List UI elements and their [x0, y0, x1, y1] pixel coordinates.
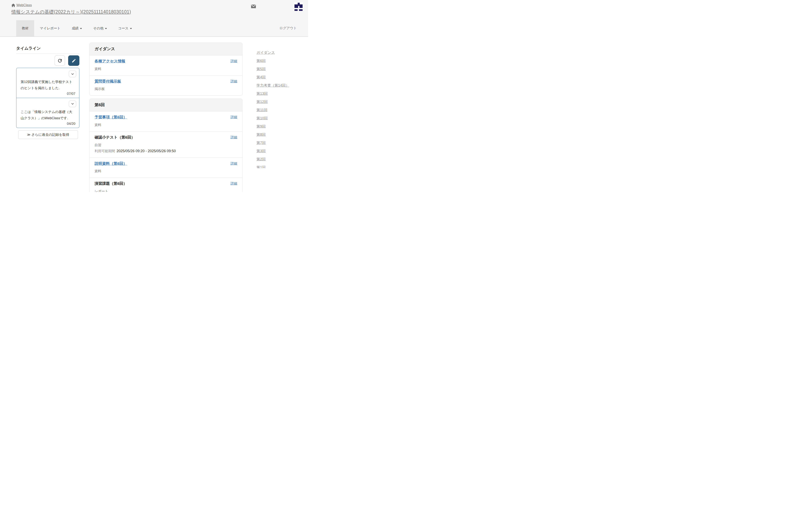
pencil-icon	[72, 59, 76, 63]
content: タイムライン 第12回講義で実施した学校テストのヒント	[0, 37, 308, 192]
period-label: 利用可能期間	[95, 149, 115, 153]
sidebar-link-week4[interactable]: 第4回	[257, 75, 296, 79]
material-type: レポート	[95, 189, 237, 192]
material-type: 自習	[95, 143, 237, 147]
sidebar-link-week1[interactable]: 第1回	[257, 165, 296, 168]
course-title-link[interactable]: 情報システムの基礎(2022カリ～)(202511114018030101)	[11, 9, 131, 15]
section-week6: 第6回 予習事項（第6回） 詳細 資料 確認小テスト（第6回） 詳細 自習	[89, 99, 242, 192]
sidebar-link-week8[interactable]: 第8回	[257, 133, 296, 137]
material-row: 説明資料（第6回） 詳細 資料	[90, 158, 242, 178]
tab-sonota[interactable]: その他	[88, 20, 113, 36]
chevron-down-icon[interactable]	[69, 71, 76, 77]
material-title-link[interactable]: 説明資料（第6回）	[95, 161, 127, 166]
sidebar-link-week2[interactable]: 第2回	[257, 157, 296, 161]
material-row: 演習課題（第6回） 詳細 レポート 利用可能期間2025/05/26 10:50…	[90, 178, 242, 192]
tab-label: マイレポート	[40, 26, 61, 30]
header: WebClass 情報システムの基礎(2022カリ～)(202511114018…	[0, 0, 308, 37]
sidebar-link-week7[interactable]: 第7回	[257, 141, 296, 145]
mail-icon[interactable]	[251, 5, 256, 8]
refresh-icon	[57, 58, 63, 63]
section-title: 第6回	[90, 99, 242, 111]
timeline-actions	[16, 56, 79, 66]
material-row: 質問受付掲示板 詳細 掲示板	[90, 76, 242, 96]
tab-kyozai[interactable]: 教材	[16, 20, 34, 36]
caret-down-icon	[105, 28, 107, 29]
material-row: 各種アクセス情報 詳細 資料	[90, 56, 242, 76]
material-title-link[interactable]: 質問受付掲示板	[95, 79, 121, 84]
material-row: 予習事項（第6回） 詳細 資料	[90, 111, 242, 132]
sidebar-link-guidance[interactable]: ガイダンス	[257, 51, 296, 55]
timeline-panel: タイムライン 第12回講義で実施した学校テストのヒント	[16, 43, 79, 139]
section-nav-sidebar: ガイダンス 第6回 第5回 第4回 学力考査（第14回） 第13回 第12回 第…	[257, 51, 296, 168]
materials-panel: ガイダンス 各種アクセス情報 詳細 資料 質問受付掲示板 詳細 掲示板	[89, 43, 242, 192]
detail-link[interactable]: 詳細	[230, 79, 237, 84]
load-more-button[interactable]: ≫ さらに過去の記録を取得	[18, 131, 78, 139]
material-title-link[interactable]: 各種アクセス情報	[95, 59, 125, 64]
sidebar-link-week5[interactable]: 第5回	[257, 67, 296, 71]
detail-link[interactable]: 詳細	[230, 161, 237, 166]
tab-label: 成績	[72, 26, 79, 30]
material-title: 演習課題（第6回）	[95, 181, 127, 186]
header-breadcrumb: WebClass 情報システムの基礎(2022カリ～)(202511114018…	[0, 0, 308, 15]
timeline-card-text: ここは「情報システムの基礎（大山クラス）」のWebClassです.	[19, 109, 76, 121]
home-link[interactable]: WebClass	[11, 3, 32, 7]
material-type: 資料	[95, 122, 237, 127]
timeline-divider	[16, 54, 79, 54]
tab-label: コース	[118, 26, 128, 30]
tab-label: 教材	[22, 26, 28, 30]
tab-course[interactable]: コース	[113, 20, 137, 36]
sidebar-link-week3[interactable]: 第3回	[257, 149, 296, 153]
refresh-button[interactable]	[55, 56, 65, 66]
sidebar-link-exam14[interactable]: 学力考査（第14回）	[257, 83, 296, 88]
tab-label: その他	[93, 26, 104, 30]
tab-seiseki[interactable]: 成績	[66, 20, 88, 36]
caret-down-icon	[130, 28, 132, 29]
section-title: ガイダンス	[90, 43, 242, 56]
university-logo	[294, 2, 303, 11]
sidebar-link-week10[interactable]: 第10回	[257, 116, 296, 120]
tab-my-report[interactable]: マイレポート	[34, 20, 66, 36]
material-title: 確認小テスト（第6回）	[95, 135, 135, 140]
detail-link[interactable]: 詳細	[230, 181, 237, 186]
sidebar-link-week12[interactable]: 第12回	[257, 100, 296, 104]
material-row: 確認小テスト（第6回） 詳細 自習 利用可能期間2025/05/26 09:20…	[90, 132, 242, 158]
sidebar-link-week6[interactable]: 第6回	[257, 59, 296, 63]
detail-link[interactable]: 詳細	[230, 115, 237, 119]
material-type: 掲示板	[95, 87, 237, 91]
section-guidance: ガイダンス 各種アクセス情報 詳細 資料 質問受付掲示板 詳細 掲示板	[89, 43, 242, 96]
timeline-card: ここは「情報システムの基礎（大山クラス）」のWebClassです. 04/20	[16, 98, 79, 128]
chevron-down-icon[interactable]	[69, 101, 76, 107]
material-title-link[interactable]: 予習事項（第6回）	[95, 115, 127, 120]
webclass-page: WebClass 情報システムの基礎(2022カリ～)(202511114018…	[0, 0, 308, 192]
caret-down-icon	[80, 28, 82, 29]
availability-period: 利用可能期間2025/05/26 09:20 - 2025/05/26 09:5…	[95, 149, 237, 153]
main-nav: 教材 マイレポート 成績 その他 コース	[16, 20, 137, 36]
timeline-card-date: 07/07	[19, 92, 76, 96]
timeline-card: 第12回講義で実施した学校テストのヒントを掲出しました. 07/07	[16, 68, 79, 98]
detail-link[interactable]: 詳細	[230, 59, 237, 63]
timeline-card-text: 第12回講義で実施した学校テストのヒントを掲出しました.	[19, 79, 76, 91]
sidebar-link-week11[interactable]: 第11回	[257, 108, 296, 112]
detail-link[interactable]: 詳細	[230, 135, 237, 140]
sidebar-link-week9[interactable]: 第9回	[257, 124, 296, 129]
home-link-label: WebClass	[16, 3, 32, 7]
sidebar-link-week13[interactable]: 第13回	[257, 92, 296, 96]
home-icon	[11, 4, 15, 7]
timeline-card-date: 04/20	[19, 122, 76, 126]
material-type: 資料	[95, 67, 237, 71]
timeline-title: タイムライン	[16, 46, 79, 51]
logout-link[interactable]: ログアウト	[280, 26, 297, 30]
material-type: 資料	[95, 169, 237, 173]
period-value: 2025/05/26 09:20 - 2025/05/26 09:50	[116, 149, 176, 153]
edit-button[interactable]	[68, 56, 79, 66]
